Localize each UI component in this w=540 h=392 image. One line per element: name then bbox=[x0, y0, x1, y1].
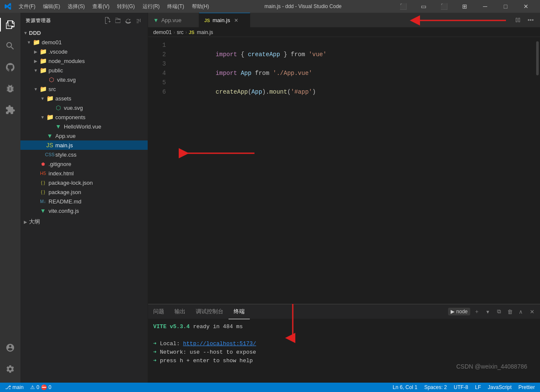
file-icon-index-html: H5 bbox=[39, 169, 47, 177]
activity-git[interactable] bbox=[0, 57, 20, 77]
menu-help[interactable]: 帮助(H) bbox=[189, 2, 213, 11]
tab-vue-icon: ▼ bbox=[153, 17, 159, 23]
split-editor-icon[interactable] bbox=[512, 14, 524, 26]
tree-root-ddd[interactable]: ▼ DDD bbox=[20, 28, 148, 37]
panel-add-terminal[interactable]: ＋ bbox=[472, 307, 481, 316]
menu-view[interactable]: 查看(V) bbox=[89, 2, 113, 11]
line-numbers: 1 2 3 4 5 6 bbox=[148, 37, 169, 304]
panel-trash[interactable]: 🗑 bbox=[505, 307, 514, 316]
new-folder-icon[interactable] bbox=[114, 16, 122, 25]
tree-item-vscode[interactable]: ▶ 📁 .vscode bbox=[20, 47, 148, 56]
status-spaces[interactable]: Spaces: 2 bbox=[423, 384, 449, 390]
sidebar-actions bbox=[103, 16, 143, 25]
panel-split[interactable]: ⧉ bbox=[494, 307, 503, 316]
layout-icon-3[interactable]: ⬛ bbox=[434, 0, 454, 13]
activity-account[interactable] bbox=[0, 338, 20, 358]
status-position[interactable]: Ln 6, Col 1 bbox=[391, 384, 419, 390]
maximize-button[interactable]: □ bbox=[496, 0, 515, 13]
tree-item-gitignore[interactable]: ▶ ⬟ .gitignore bbox=[20, 159, 148, 169]
menu-select[interactable]: 选择(S) bbox=[64, 2, 88, 11]
minimize-button[interactable]: ─ bbox=[475, 0, 495, 13]
panel-tab-problems[interactable]: 问题 bbox=[148, 304, 169, 319]
tree-item-app-vue[interactable]: ▶ ▼ App.vue bbox=[20, 131, 148, 140]
breadcrumb: demo01 › src › JS main.js bbox=[148, 28, 540, 37]
code-line-5: createApp(App).mount('#app') bbox=[173, 78, 535, 87]
file-icon-helloworld: ▼ bbox=[54, 123, 62, 130]
status-encoding[interactable]: UTF-8 bbox=[452, 384, 470, 390]
tab-main-js-label: main.js bbox=[212, 17, 230, 23]
tree-item-vite-svg[interactable]: ▶ ⬡ vite.svg bbox=[20, 75, 148, 84]
layout-icon-4[interactable]: ⊞ bbox=[455, 0, 474, 13]
tree-item-style-css[interactable]: ▶ CSS style.css bbox=[20, 150, 148, 159]
panel-tab-debug[interactable]: 调试控制台 bbox=[191, 304, 229, 319]
tree-item-index-html[interactable]: ▶ H5 index.html bbox=[20, 169, 148, 178]
tree-item-package-json[interactable]: ▶ { } package.json bbox=[20, 187, 148, 197]
layout-icon-1[interactable]: ⬛ bbox=[394, 0, 413, 13]
activity-extensions[interactable] bbox=[0, 100, 20, 120]
activity-explorer[interactable] bbox=[0, 14, 20, 35]
tree-item-demo01[interactable]: ▼ 📁 demo01 bbox=[20, 37, 148, 47]
title-bar-menus: 文件(F) 编辑(E) 选择(S) 查看(V) 转到(G) 运行(R) 终端(T… bbox=[15, 2, 212, 11]
panel-right-actions: ▶ node ＋ ▾ ⧉ 🗑 ∧ ✕ bbox=[448, 307, 540, 316]
panel-tab-output[interactable]: 输出 bbox=[169, 304, 191, 319]
file-icon-app-vue: ▼ bbox=[46, 132, 54, 140]
status-formatter[interactable]: Prettier bbox=[517, 384, 537, 390]
terminal-arrow-local: ➜ bbox=[153, 340, 157, 347]
new-file-icon[interactable] bbox=[103, 16, 112, 25]
panel-node-badge[interactable]: ▶ node bbox=[448, 308, 470, 315]
tab-main-js[interactable]: JS main.js ✕ bbox=[199, 13, 250, 28]
close-button[interactable]: ✕ bbox=[516, 0, 536, 13]
menu-goto[interactable]: 转到(G) bbox=[114, 2, 138, 11]
terminal-line-network: ➜ Network: use --host to expose bbox=[153, 348, 535, 357]
menu-terminal[interactable]: 终端(T) bbox=[164, 2, 187, 11]
code-content[interactable]: import { createApp } from 'vue' import A… bbox=[169, 37, 535, 304]
status-language[interactable]: JavaScript bbox=[486, 384, 513, 390]
tree-item-outline[interactable]: ▶ 大纲 bbox=[20, 217, 148, 226]
tree-item-src[interactable]: ▼ 📁 src bbox=[20, 84, 148, 94]
tab-close-main-js[interactable]: ✕ bbox=[233, 17, 240, 24]
breadcrumb-src[interactable]: src bbox=[177, 29, 183, 35]
panel-chevron-up[interactable]: ∧ bbox=[516, 307, 526, 316]
status-branch[interactable]: ⎇ main bbox=[3, 384, 25, 390]
tree-item-package-lock[interactable]: ▶ { } package-lock.json bbox=[20, 178, 148, 187]
refresh-icon[interactable] bbox=[124, 16, 132, 25]
collapse-icon[interactable] bbox=[134, 16, 143, 25]
code-editor[interactable]: 1 2 3 4 5 6 import { createApp } from 'v… bbox=[148, 37, 540, 304]
tree-item-vite-config[interactable]: ▶ ▼ vite.config.js bbox=[20, 206, 148, 215]
folder-icon-assets: 📁 bbox=[46, 94, 54, 102]
tree-item-vue-svg[interactable]: ▶ ⬡ vue.svg bbox=[20, 103, 148, 112]
breadcrumb-main-js[interactable]: main.js bbox=[197, 29, 213, 35]
tree-item-components[interactable]: ▼ 📁 components bbox=[20, 112, 148, 122]
title-bar-controls: ⬛ ▭ ⬛ ⊞ ─ □ ✕ bbox=[394, 0, 536, 13]
tree-item-assets[interactable]: ▼ 📁 assets bbox=[20, 94, 148, 103]
menu-edit[interactable]: 编辑(E) bbox=[40, 2, 63, 11]
terminal-localhost-link[interactable]: http://localhost:5173/ bbox=[183, 340, 256, 347]
panel-tab-terminal[interactable]: 终端 bbox=[229, 304, 250, 319]
panel-close[interactable]: ✕ bbox=[527, 307, 537, 316]
panel-dropdown[interactable]: ▾ bbox=[483, 307, 492, 316]
file-icon-gitignore: ⬟ bbox=[39, 160, 47, 168]
layout-icon-2[interactable]: ▭ bbox=[414, 0, 434, 13]
activity-debug[interactable] bbox=[0, 78, 20, 99]
activity-search[interactable] bbox=[0, 36, 20, 56]
tree-item-readme[interactable]: ▶ M↓ README.md bbox=[20, 197, 148, 206]
terminal-line-vite: VITE v5.3.4 ready in 484 ms bbox=[153, 323, 535, 331]
terminal-content[interactable]: VITE v5.3.4 ready in 484 ms ➜ Local: htt… bbox=[148, 319, 540, 383]
terminal-arrow-help: ➜ bbox=[153, 358, 157, 364]
more-actions-icon[interactable]: ••• bbox=[525, 14, 537, 26]
terminal-local-label: Local: bbox=[160, 340, 183, 347]
tree-item-main-js[interactable]: ▶ JS main.js bbox=[20, 140, 148, 150]
tab-app-vue-label: App.vue bbox=[161, 17, 182, 23]
status-eol[interactable]: LF bbox=[473, 384, 483, 390]
tab-app-vue[interactable]: ▼ App.vue bbox=[148, 13, 199, 28]
breadcrumb-demo01[interactable]: demo01 bbox=[153, 29, 171, 35]
folder-icon-public: 📁 bbox=[39, 66, 47, 74]
menu-run[interactable]: 运行(R) bbox=[139, 2, 163, 11]
activity-settings[interactable] bbox=[0, 359, 20, 379]
status-errors[interactable]: ⚠ 0 ⛔ 0 bbox=[29, 384, 53, 390]
tree-item-node-modules[interactable]: ▶ 📁 node_modules bbox=[20, 56, 148, 66]
menu-file[interactable]: 文件(F) bbox=[15, 2, 39, 11]
tree-item-helloworld[interactable]: ▶ ▼ HelloWorld.vue bbox=[20, 122, 148, 131]
tree-item-public[interactable]: ▼ 📁 public bbox=[20, 66, 148, 75]
editor-scrollbar[interactable] bbox=[535, 37, 540, 304]
